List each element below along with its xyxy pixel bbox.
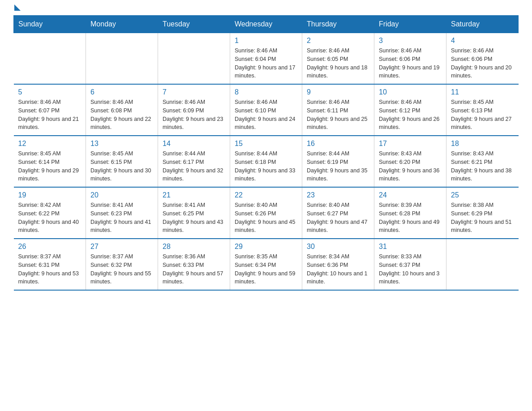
day-info: Sunrise: 8:35 AM Sunset: 6:34 PM Dayligh… xyxy=(235,253,297,286)
calendar-week-row: 1Sunrise: 8:46 AM Sunset: 6:04 PM Daylig… xyxy=(14,33,519,85)
day-number: 15 xyxy=(235,140,297,148)
table-row: 28Sunrise: 8:36 AM Sunset: 6:33 PM Dayli… xyxy=(158,239,230,290)
day-number: 23 xyxy=(307,191,369,199)
day-number: 27 xyxy=(90,243,153,251)
table-row: 5Sunrise: 8:46 AM Sunset: 6:07 PM Daylig… xyxy=(14,84,86,136)
header-saturday: Saturday xyxy=(446,16,519,33)
day-info: Sunrise: 8:45 AM Sunset: 6:13 PM Dayligh… xyxy=(451,98,514,132)
table-row: 15Sunrise: 8:44 AM Sunset: 6:18 PM Dayli… xyxy=(230,136,302,187)
day-info: Sunrise: 8:38 AM Sunset: 6:29 PM Dayligh… xyxy=(451,201,514,235)
day-number: 8 xyxy=(235,88,297,96)
calendar-week-row: 5Sunrise: 8:46 AM Sunset: 6:07 PM Daylig… xyxy=(14,84,519,136)
table-row: 13Sunrise: 8:45 AM Sunset: 6:15 PM Dayli… xyxy=(86,136,158,187)
day-number: 10 xyxy=(379,88,442,96)
table-row: 18Sunrise: 8:43 AM Sunset: 6:21 PM Dayli… xyxy=(446,136,519,187)
table-row: 1Sunrise: 8:46 AM Sunset: 6:04 PM Daylig… xyxy=(230,33,302,85)
table-row: 14Sunrise: 8:44 AM Sunset: 6:17 PM Dayli… xyxy=(158,136,230,187)
table-row: 9Sunrise: 8:46 AM Sunset: 6:11 PM Daylig… xyxy=(302,84,374,136)
logo-triangle-icon xyxy=(14,4,21,11)
table-row xyxy=(446,239,519,290)
header-wednesday: Wednesday xyxy=(230,16,302,33)
table-row xyxy=(86,33,158,85)
day-info: Sunrise: 8:44 AM Sunset: 6:17 PM Dayligh… xyxy=(163,150,225,183)
day-info: Sunrise: 8:41 AM Sunset: 6:25 PM Dayligh… xyxy=(163,201,225,235)
day-info: Sunrise: 8:37 AM Sunset: 6:32 PM Dayligh… xyxy=(90,253,153,286)
calendar-week-row: 26Sunrise: 8:37 AM Sunset: 6:31 PM Dayli… xyxy=(14,239,519,290)
day-number: 9 xyxy=(307,88,369,96)
day-info: Sunrise: 8:46 AM Sunset: 6:12 PM Dayligh… xyxy=(379,98,442,132)
day-info: Sunrise: 8:41 AM Sunset: 6:23 PM Dayligh… xyxy=(90,201,153,235)
table-row: 25Sunrise: 8:38 AM Sunset: 6:29 PM Dayli… xyxy=(446,187,519,239)
table-row: 2Sunrise: 8:46 AM Sunset: 6:05 PM Daylig… xyxy=(302,33,374,85)
day-number: 21 xyxy=(163,191,225,199)
day-info: Sunrise: 8:46 AM Sunset: 6:08 PM Dayligh… xyxy=(90,98,153,132)
day-number: 7 xyxy=(163,88,225,96)
day-number: 20 xyxy=(90,191,153,199)
day-info: Sunrise: 8:46 AM Sunset: 6:04 PM Dayligh… xyxy=(235,47,297,80)
table-row: 27Sunrise: 8:37 AM Sunset: 6:32 PM Dayli… xyxy=(86,239,158,290)
day-info: Sunrise: 8:33 AM Sunset: 6:37 PM Dayligh… xyxy=(379,253,442,286)
table-row: 21Sunrise: 8:41 AM Sunset: 6:25 PM Dayli… xyxy=(158,187,230,239)
day-number: 30 xyxy=(307,243,369,251)
header-thursday: Thursday xyxy=(302,16,374,33)
header-tuesday: Tuesday xyxy=(158,16,230,33)
day-info: Sunrise: 8:46 AM Sunset: 6:09 PM Dayligh… xyxy=(163,98,225,132)
day-number: 13 xyxy=(90,140,153,148)
day-number: 22 xyxy=(235,191,297,199)
day-info: Sunrise: 8:37 AM Sunset: 6:31 PM Dayligh… xyxy=(18,253,82,286)
table-row xyxy=(14,33,86,85)
day-info: Sunrise: 8:46 AM Sunset: 6:11 PM Dayligh… xyxy=(307,98,369,132)
day-info: Sunrise: 8:34 AM Sunset: 6:36 PM Dayligh… xyxy=(307,253,369,286)
day-info: Sunrise: 8:39 AM Sunset: 6:28 PM Dayligh… xyxy=(379,201,442,235)
table-row: 17Sunrise: 8:43 AM Sunset: 6:20 PM Dayli… xyxy=(374,136,446,187)
calendar-header-row: Sunday Monday Tuesday Wednesday Thursday… xyxy=(14,16,519,33)
day-number: 16 xyxy=(307,140,369,148)
header-friday: Friday xyxy=(374,16,446,33)
day-number: 19 xyxy=(18,191,82,199)
day-number: 4 xyxy=(451,37,514,45)
table-row: 29Sunrise: 8:35 AM Sunset: 6:34 PM Dayli… xyxy=(230,239,302,290)
day-info: Sunrise: 8:42 AM Sunset: 6:22 PM Dayligh… xyxy=(18,201,82,235)
day-number: 26 xyxy=(18,243,82,251)
day-number: 31 xyxy=(379,243,442,251)
day-number: 1 xyxy=(235,37,297,45)
day-info: Sunrise: 8:40 AM Sunset: 6:26 PM Dayligh… xyxy=(235,201,297,235)
day-info: Sunrise: 8:45 AM Sunset: 6:14 PM Dayligh… xyxy=(18,150,82,183)
day-info: Sunrise: 8:44 AM Sunset: 6:18 PM Dayligh… xyxy=(235,150,297,183)
calendar-week-row: 19Sunrise: 8:42 AM Sunset: 6:22 PM Dayli… xyxy=(14,187,519,239)
day-number: 14 xyxy=(163,140,225,148)
table-row: 23Sunrise: 8:40 AM Sunset: 6:27 PM Dayli… xyxy=(302,187,374,239)
day-number: 24 xyxy=(379,191,442,199)
day-info: Sunrise: 8:40 AM Sunset: 6:27 PM Dayligh… xyxy=(307,201,369,235)
day-number: 29 xyxy=(235,243,297,251)
day-info: Sunrise: 8:43 AM Sunset: 6:21 PM Dayligh… xyxy=(451,150,514,183)
day-number: 2 xyxy=(307,37,369,45)
table-row: 3Sunrise: 8:46 AM Sunset: 6:06 PM Daylig… xyxy=(374,33,446,85)
table-row: 26Sunrise: 8:37 AM Sunset: 6:31 PM Dayli… xyxy=(14,239,86,290)
calendar-week-row: 12Sunrise: 8:45 AM Sunset: 6:14 PM Dayli… xyxy=(14,136,519,187)
table-row xyxy=(158,33,230,85)
table-row: 12Sunrise: 8:45 AM Sunset: 6:14 PM Dayli… xyxy=(14,136,86,187)
calendar-table: Sunday Monday Tuesday Wednesday Thursday… xyxy=(13,15,519,291)
day-info: Sunrise: 8:45 AM Sunset: 6:15 PM Dayligh… xyxy=(90,150,153,183)
day-info: Sunrise: 8:36 AM Sunset: 6:33 PM Dayligh… xyxy=(163,253,225,286)
header-sunday: Sunday xyxy=(14,16,86,33)
day-number: 11 xyxy=(451,88,514,96)
day-info: Sunrise: 8:46 AM Sunset: 6:06 PM Dayligh… xyxy=(379,47,442,80)
table-row: 31Sunrise: 8:33 AM Sunset: 6:37 PM Dayli… xyxy=(374,239,446,290)
day-number: 17 xyxy=(379,140,442,148)
table-row: 10Sunrise: 8:46 AM Sunset: 6:12 PM Dayli… xyxy=(374,84,446,136)
logo xyxy=(13,9,21,11)
day-number: 3 xyxy=(379,37,442,45)
table-row: 24Sunrise: 8:39 AM Sunset: 6:28 PM Dayli… xyxy=(374,187,446,239)
table-row: 4Sunrise: 8:46 AM Sunset: 6:06 PM Daylig… xyxy=(446,33,519,85)
day-info: Sunrise: 8:46 AM Sunset: 6:05 PM Dayligh… xyxy=(307,47,369,80)
table-row: 20Sunrise: 8:41 AM Sunset: 6:23 PM Dayli… xyxy=(86,187,158,239)
day-info: Sunrise: 8:46 AM Sunset: 6:06 PM Dayligh… xyxy=(451,47,514,80)
day-info: Sunrise: 8:43 AM Sunset: 6:20 PM Dayligh… xyxy=(379,150,442,183)
table-row: 8Sunrise: 8:46 AM Sunset: 6:10 PM Daylig… xyxy=(230,84,302,136)
table-row: 22Sunrise: 8:40 AM Sunset: 6:26 PM Dayli… xyxy=(230,187,302,239)
day-info: Sunrise: 8:46 AM Sunset: 6:10 PM Dayligh… xyxy=(235,98,297,132)
day-number: 6 xyxy=(90,88,153,96)
table-row: 16Sunrise: 8:44 AM Sunset: 6:19 PM Dayli… xyxy=(302,136,374,187)
